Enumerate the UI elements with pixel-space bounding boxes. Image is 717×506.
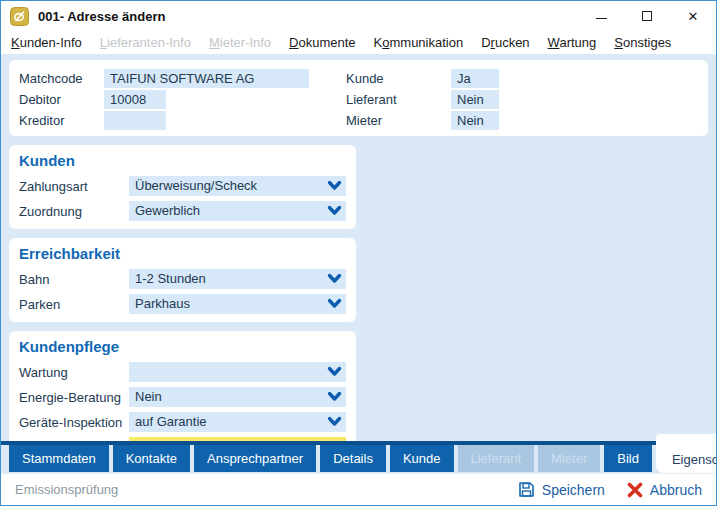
zuordnung-row: Zuordnung Gewerblich <box>19 201 346 221</box>
chevron-down-icon <box>327 298 342 310</box>
tab-lieferant[interactable]: Lieferant <box>458 445 535 472</box>
tab-mieter[interactable]: Mieter <box>538 445 600 472</box>
section-erreichbarkeit-title: Erreichbarkeit <box>19 245 346 262</box>
wartung-row: Wartung <box>19 362 346 382</box>
section-kunden-title: Kunden <box>19 152 346 169</box>
debitor-field[interactable]: 10008 <box>104 90 166 109</box>
address-edit-window: 001- Adresse ändern ✕ Kunden-Info Liefer… <box>0 0 717 506</box>
tab-kontakte[interactable]: Kontakte <box>113 445 190 472</box>
menu-drucken[interactable]: Drucken <box>472 35 538 50</box>
cancel-x-icon <box>627 482 643 498</box>
bahn-row: Bahn 1-2 Stunden <box>19 269 346 289</box>
zahlungsart-dropdown[interactable]: Überweisung/Scheck <box>129 176 346 196</box>
energie-beratung-dropdown[interactable]: Nein <box>129 387 346 407</box>
matchcode-field[interactable]: TAIFUN SOFTWARE AG <box>104 69 309 88</box>
zahlungsart-label: Zahlungsart <box>19 179 129 194</box>
chevron-down-icon <box>327 391 342 403</box>
minimize-button[interactable] <box>578 1 624 31</box>
close-icon: ✕ <box>688 10 699 23</box>
parken-row: Parken Parkhaus <box>19 294 346 314</box>
bahn-dropdown[interactable]: 1-2 Stunden <box>129 269 346 289</box>
section-kunden: Kunden Zahlungsart Überweisung/Scheck Zu… <box>9 145 356 229</box>
tab-bild[interactable]: Bild <box>604 445 652 472</box>
geraete-inspektion-row: Geräte-Inspektion auf Garantie <box>19 412 346 432</box>
cancel-button[interactable]: Abbruch <box>627 482 702 498</box>
kunde-field[interactable]: Ja <box>451 69 499 88</box>
zuordnung-label: Zuordnung <box>19 204 129 219</box>
mieter-flag-row: Mieter Nein <box>346 110 499 130</box>
chevron-down-icon <box>327 180 342 192</box>
menu-sonstiges[interactable]: Sonstiges <box>605 35 680 50</box>
header-panel: Matchcode TAIFUN SOFTWARE AG Debitor 100… <box>9 60 708 136</box>
tab-bar: Stammdaten Kontakte Ansprechpartner Deta… <box>1 441 716 473</box>
debitor-label: Debitor <box>19 92 104 107</box>
status-text: Emissionsprüfung <box>15 482 496 497</box>
bahn-label: Bahn <box>19 272 129 287</box>
chevron-down-icon <box>327 366 342 378</box>
tab-eigenschaften[interactable]: Eigenschaften <box>656 434 717 473</box>
cancel-label: Abbruch <box>650 482 702 498</box>
parken-label: Parken <box>19 297 129 312</box>
section-kundenpflege-title: Kundenpflege <box>19 338 346 355</box>
section-kundenpflege: Kundenpflege Wartung Energie-Beratung Ne… <box>9 331 356 441</box>
wartung-label: Wartung <box>19 365 129 380</box>
energie-beratung-row: Energie-Beratung Nein <box>19 387 346 407</box>
matchcode-label: Matchcode <box>19 71 104 86</box>
chevron-down-icon <box>327 273 342 285</box>
title-bar[interactable]: 001- Adresse ändern ✕ <box>1 1 716 31</box>
chevron-down-icon <box>327 205 342 217</box>
geraete-inspektion-dropdown[interactable]: auf Garantie <box>129 412 346 432</box>
menu-dokumente[interactable]: Dokumente <box>280 35 364 50</box>
tab-kunde[interactable]: Kunde <box>390 445 454 472</box>
window-title: 001- Adresse ändern <box>38 9 578 24</box>
kreditor-label: Kreditor <box>19 113 104 128</box>
parken-dropdown[interactable]: Parkhaus <box>129 294 346 314</box>
geraete-inspektion-label: Geräte-Inspektion <box>19 415 129 430</box>
chevron-down-icon <box>327 416 342 428</box>
tab-stammdaten[interactable]: Stammdaten <box>9 445 109 472</box>
menu-mieter-info[interactable]: Mieter-Info <box>200 35 280 50</box>
window-controls: ✕ <box>578 1 716 31</box>
energie-beratung-label: Energie-Beratung <box>19 390 129 405</box>
lieferant-label: Lieferant <box>346 92 451 107</box>
kunde-flag-row: Kunde Ja <box>346 68 499 88</box>
lieferant-field[interactable]: Nein <box>451 90 499 109</box>
app-logo-icon <box>10 7 29 26</box>
menu-bar: Kunden-Info Lieferanten-Info Mieter-Info… <box>1 31 716 54</box>
content-area: Matchcode TAIFUN SOFTWARE AG Debitor 100… <box>1 54 716 441</box>
close-button[interactable]: ✕ <box>670 1 716 31</box>
section-erreichbarkeit: Erreichbarkeit Bahn 1-2 Stunden Parken P… <box>9 238 356 322</box>
save-floppy-icon <box>518 481 535 498</box>
kreditor-field[interactable] <box>104 111 166 130</box>
status-bar: Emissionsprüfung Speichern Abbruch <box>1 473 716 505</box>
flags-column: Kunde Ja Lieferant Nein Mieter Nein <box>346 68 499 131</box>
tab-ansprechpartner[interactable]: Ansprechpartner <box>194 445 316 472</box>
zuordnung-dropdown[interactable]: Gewerblich <box>129 201 346 221</box>
tab-details[interactable]: Details <box>320 445 386 472</box>
maximize-icon <box>642 11 652 21</box>
minimize-icon <box>596 18 607 19</box>
menu-wartung[interactable]: Wartung <box>539 35 606 50</box>
maximize-button[interactable] <box>624 1 670 31</box>
menu-lieferanten-info[interactable]: Lieferanten-Info <box>91 35 200 50</box>
save-label: Speichern <box>542 482 605 498</box>
menu-kunden-info[interactable]: Kunden-Info <box>2 35 91 50</box>
wartung-dropdown[interactable] <box>129 362 346 382</box>
mieter-field[interactable]: Nein <box>451 111 499 130</box>
kunde-label: Kunde <box>346 71 451 86</box>
save-button[interactable]: Speichern <box>518 481 605 498</box>
zahlungsart-row: Zahlungsart Überweisung/Scheck <box>19 176 346 196</box>
mieter-label: Mieter <box>346 113 451 128</box>
menu-kommunikation[interactable]: Kommunikation <box>365 35 473 50</box>
lieferant-flag-row: Lieferant Nein <box>346 89 499 109</box>
